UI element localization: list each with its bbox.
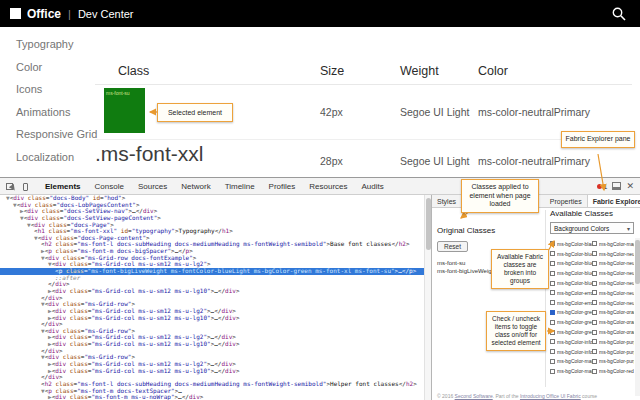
class-checkbox-item[interactable]: ms-bgColor-blueDark [550, 259, 592, 269]
class-checkbox-item[interactable]: ms-bgColor-blue [550, 249, 592, 259]
link-second-software[interactable]: Second Software [455, 393, 493, 399]
checkbox-icon[interactable] [592, 271, 597, 276]
device-toolbar-icon[interactable] [21, 181, 32, 192]
devtools-tabs: ElementsConsoleSourcesNetworkTimelinePro… [38, 178, 391, 195]
close-icon[interactable]: ✕ [626, 178, 634, 195]
checkbox-icon[interactable] [550, 300, 555, 305]
class-checkbox-item[interactable]: ms-bgColor-purple [592, 337, 634, 347]
class-checkbox-label: ms-bgColor-red [599, 368, 634, 374]
checkbox-icon[interactable] [550, 241, 555, 246]
nav-item-animations[interactable]: Animations [16, 106, 97, 118]
class-checkbox-item[interactable]: ms-bgColor-infoBackground [550, 347, 592, 357]
column-header-class: Class [118, 64, 149, 78]
devtools-tab-timeline[interactable]: Timeline [218, 178, 262, 195]
class-checkbox-item[interactable]: ms-bgColor-blueLight [550, 268, 592, 278]
nav-item-color[interactable]: Color [16, 61, 97, 73]
checkbox-icon[interactable] [592, 290, 597, 295]
nav-item-icons[interactable]: Icons [16, 83, 97, 95]
scrollbar-thumb[interactable] [635, 240, 640, 284]
dom-tree-node[interactable]: ▶<div class="ms-Grid-col ms-u-sm12 ms-u-… [0, 315, 424, 322]
devtools-tab-sources[interactable]: Sources [131, 178, 174, 195]
dom-tree-node[interactable]: ▶<div class="ms-Grid-col ms-u-sm12 ms-u-… [0, 368, 424, 375]
class-checkbox-item[interactable]: ms-bgColor-magenta [550, 357, 592, 367]
class-checkbox-item[interactable]: ms-bgColor-purpleLight [592, 357, 634, 367]
inspect-element-icon[interactable] [5, 181, 16, 192]
checkbox-icon[interactable] [592, 349, 597, 354]
checkbox-icon[interactable] [592, 330, 597, 335]
checkbox-icon[interactable] [550, 310, 555, 315]
class-checkbox-item[interactable]: ms-bgColor-info [550, 337, 592, 347]
devtools-toolbar: ElementsConsoleSourcesNetworkTimelinePro… [0, 178, 640, 195]
reset-button[interactable]: Reset [437, 241, 468, 252]
class-checkbox-item[interactable]: ms-bgColor-black [550, 239, 592, 249]
dropdown-selected-label: Background Colors [554, 225, 609, 232]
devtools-tab-audits[interactable]: Audits [355, 178, 391, 195]
class-checkbox-item[interactable]: ms-bgColor-error [550, 288, 592, 298]
checkbox-icon[interactable] [550, 320, 555, 325]
class-checkbox-item[interactable]: ms-bgColor-orangeLight [592, 317, 634, 327]
devtools-tab-profiles[interactable]: Profiles [262, 178, 303, 195]
checkbox-icon[interactable] [550, 369, 555, 374]
checkbox-icon[interactable] [550, 349, 555, 354]
devtools-tab-network[interactable]: Network [174, 178, 217, 195]
checkbox-icon[interactable] [592, 320, 597, 325]
class-checkbox-item[interactable]: ms-bgColor-neutralLighter [592, 268, 634, 278]
checkbox-icon[interactable] [592, 369, 597, 374]
class-checkbox-item[interactable]: ms-bgColor-greenLight [550, 327, 592, 337]
checkbox-icon[interactable] [592, 251, 597, 256]
checkbox-icon[interactable] [550, 251, 555, 256]
nav-item-typography[interactable]: Typography [16, 38, 97, 50]
tree-scrollbar[interactable] [424, 195, 431, 400]
checkbox-icon[interactable] [592, 339, 597, 344]
table-row-divider [95, 139, 632, 140]
checkbox-icon[interactable] [592, 241, 597, 246]
dock-side-icon[interactable] [612, 182, 621, 190]
available-classes-list: ms-bgColor-blackms-bgColor-bluems-bgColo… [550, 239, 634, 376]
checkbox-icon[interactable] [550, 281, 555, 286]
devtools-tab-console[interactable]: Console [88, 178, 131, 195]
checkbox-icon[interactable] [550, 339, 555, 344]
class-checkbox-item[interactable]: ms-bgColor-green [550, 308, 592, 318]
nav-item-responsive-grid[interactable]: Responsive Grid [16, 128, 97, 140]
dom-tree-node[interactable]: ▶<div class="ms-font-m ms-u-noWrap">…</d… [0, 394, 424, 400]
font-color-value: ms-color-neutralPrimary [478, 106, 590, 118]
class-checkbox-item[interactable]: ms-bgColor-blueMid [550, 278, 592, 288]
checkbox-icon[interactable] [550, 261, 555, 266]
class-checkbox-item[interactable]: ms-bgColor-neutralDark [592, 249, 634, 259]
checkbox-icon[interactable] [592, 261, 597, 266]
checkbox-icon[interactable] [550, 290, 555, 295]
class-checkbox-item[interactable]: ms-bgColor-errorBackground [550, 298, 592, 308]
class-checkbox-item[interactable]: ms-bgColor-neutralPrimary [592, 278, 634, 288]
class-checkbox-item[interactable]: ms-bgColor-purpleDark [592, 347, 634, 357]
class-checkbox-item[interactable]: ms-bgColor-orangeLighter [592, 327, 634, 337]
class-checkbox-item[interactable]: ms-bgColor-neutralSecondary [592, 288, 634, 298]
class-checkbox-item[interactable]: ms-bgColor-neutralLight [592, 259, 634, 269]
list-scrollbar[interactable] [635, 238, 640, 396]
checkbox-icon[interactable] [592, 359, 597, 364]
checkbox-icon[interactable] [550, 271, 555, 276]
error-badge[interactable]: 1 [597, 183, 608, 190]
class-checkbox-item[interactable]: ms-bgColor-magentaLight [592, 239, 634, 249]
link-course[interactable]: Introducing Office UI Fabric [520, 393, 581, 399]
checkbox-icon[interactable] [592, 310, 597, 315]
checkbox-icon[interactable] [550, 330, 555, 335]
checkbox-icon[interactable] [592, 281, 597, 286]
search-button[interactable] [608, 3, 630, 25]
sidebar-tab-fabric-explorer[interactable]: Fabric Explorer [587, 195, 640, 207]
checkbox-icon[interactable] [550, 359, 555, 364]
class-checkbox-item[interactable]: ms-bgColor-neutralTertiary [592, 298, 634, 308]
sidebar-tab-styles[interactable]: Styles [432, 195, 461, 207]
devtools-tab-elements[interactable]: Elements [38, 178, 88, 195]
class-group-dropdown[interactable]: Background Colors ▾ [550, 222, 634, 234]
class-checkbox-item[interactable]: ms-bgColor-orange [592, 308, 634, 318]
class-checkbox-item[interactable]: ms-bgColor-red [592, 366, 634, 376]
class-checkbox-item[interactable]: ms-bgColor-greenDark [550, 317, 592, 327]
nav-item-localization[interactable]: Localization [16, 151, 97, 163]
sidebar-tab-properties[interactable]: Properties [545, 195, 587, 207]
devtools-tab-resources[interactable]: Resources [302, 178, 354, 195]
dom-tree-node[interactable]: ▶<div class="ms-Grid-col ms-u-sm12 ms-u-… [0, 288, 424, 295]
class-checkbox-item[interactable]: ms-bgColor-magentaDark [550, 366, 592, 376]
brand-divider: | [68, 8, 71, 20]
checkbox-icon[interactable] [592, 300, 597, 305]
dom-tree-node[interactable]: ▶<div class="ms-Grid-col ms-u-sm12 ms-u-… [0, 341, 424, 348]
